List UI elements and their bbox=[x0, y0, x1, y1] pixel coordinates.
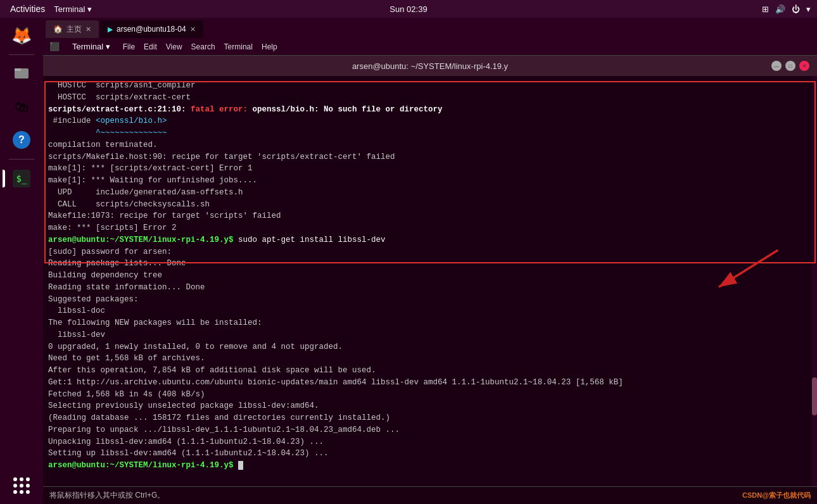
dot bbox=[26, 490, 30, 494]
sidebar-item-files[interactable] bbox=[6, 59, 37, 89]
minimize-button[interactable]: — bbox=[771, 61, 782, 71]
appstore-icon: 🛍 bbox=[15, 99, 28, 115]
main-area: ⬛ Terminal ▾ File Edit View Search Termi… bbox=[43, 38, 817, 504]
terminal-line: UPD include/generated/asm-offsets.h bbox=[48, 187, 812, 199]
terminal-line: HOSTCC scripts/extract-cert bbox=[48, 92, 812, 104]
window-controls: — □ ✕ bbox=[771, 61, 809, 71]
dot bbox=[20, 490, 23, 494]
terminal-sidebar-icon: $_ bbox=[13, 170, 30, 187]
terminal-line: [sudo] password for arsen: bbox=[48, 246, 812, 258]
terminal-titlebar-title: arsen@ubuntu: ~/SYSTEM/linux-rpi-4.19.y bbox=[89, 61, 771, 71]
terminal-scrollbar[interactable] bbox=[812, 76, 817, 504]
terminal-line: Preparing to unpack .../libssl-dev_1.1.1… bbox=[48, 424, 812, 436]
terminal-line: ^~~~~~~~~~~~~~~ bbox=[48, 127, 812, 139]
terminal-line: make[1]: *** Waiting for unfinished jobs… bbox=[48, 175, 812, 187]
topbar-right: ⊞ 🔊 ⏻ ▾ bbox=[762, 4, 811, 14]
terminal-line: compilation terminated. bbox=[48, 139, 812, 151]
terminal-app-title: Terminal ▾ bbox=[72, 42, 110, 51]
dot bbox=[20, 484, 23, 488]
terminal-menu-icon: ⬛ bbox=[49, 42, 60, 51]
terminal-titlebar: arsen@ubuntu: ~/SYSTEM/linux-rpi-4.19.y … bbox=[43, 56, 817, 76]
dot bbox=[20, 477, 23, 481]
menu-search[interactable]: Search bbox=[191, 42, 215, 51]
menu-file[interactable]: File bbox=[123, 42, 135, 51]
menu-edit[interactable]: Edit bbox=[144, 42, 157, 51]
terminal-prompt-end: arsen@ubuntu:~/SYSTEM/linux-rpi-4.19.y$ bbox=[48, 460, 812, 472]
terminal-line: libssl-dev bbox=[48, 329, 812, 341]
terminal-line: The following NEW packages will be insta… bbox=[48, 317, 812, 329]
terminal-line-error: scripts/extract-cert.c:21:10: fatal erro… bbox=[48, 104, 812, 116]
terminal-line: Reading package lists... Done bbox=[48, 258, 812, 270]
help-icon: ? bbox=[13, 131, 30, 149]
files-icon bbox=[13, 63, 30, 85]
apps-grid-icon[interactable] bbox=[10, 474, 34, 498]
terminal-body[interactable]: HOSTCC scripts/asn1_compiler HOSTCC scri… bbox=[43, 76, 817, 504]
tabbar: 🏠 主页 ✕ ▶ arsen@ubuntu18-04 ✕ bbox=[43, 18, 817, 38]
menu-help[interactable]: Help bbox=[262, 42, 277, 51]
status-bar: 将鼠标指针移入其中或按 Ctrl+G。 CSDN@索子也就代码 bbox=[43, 486, 817, 504]
sidebar-item-firefox[interactable]: 🦊 bbox=[6, 20, 37, 51]
terminal-line: Need to get 1,568 kB of archives. bbox=[48, 353, 812, 365]
terminal-line: Unpacking libssl-dev:amd64 (1.1.1-1ubunt… bbox=[48, 436, 812, 448]
terminal-app-label[interactable]: Terminal ▾ bbox=[54, 4, 92, 14]
menu-terminal[interactable]: Terminal bbox=[224, 42, 253, 51]
terminal-line: CALL scripts/checksyscalls.sh bbox=[48, 199, 812, 211]
sidebar-bottom bbox=[10, 474, 34, 498]
sidebar-item-appstore[interactable]: 🛍 bbox=[6, 92, 37, 122]
topbar-clock: Sun 02:39 bbox=[390, 4, 427, 14]
terminal-line: libssl-doc bbox=[48, 305, 812, 317]
menu-view[interactable]: View bbox=[166, 42, 182, 51]
terminal-line: 0 upgraded, 1 newly installed, 0 to remo… bbox=[48, 341, 812, 353]
sidebar-divider-2 bbox=[9, 159, 34, 160]
terminal-line: (Reading database ... 158172 files and d… bbox=[48, 412, 812, 424]
terminal-line: Selecting previously unselected package … bbox=[48, 400, 812, 412]
status-text: 将鼠标指针移入其中或按 Ctrl+G。 bbox=[49, 490, 165, 501]
power-icon[interactable]: ⏻ bbox=[792, 4, 800, 14]
terminal-line: Makefile:1073: recipe for target 'script… bbox=[48, 210, 812, 222]
terminal-menubar: ⬛ Terminal ▾ File Edit View Search Termi… bbox=[43, 38, 817, 56]
terminal-line: Fetched 1,568 kB in 4s (408 kB/s) bbox=[48, 389, 812, 401]
chevron-down-icon[interactable]: ▾ bbox=[806, 4, 811, 14]
home-icon: 🏠 bbox=[53, 25, 63, 34]
svg-rect-1 bbox=[15, 68, 21, 71]
terminal-prompt-line: arsen@ubuntu:~/SYSTEM/linux-rpi-4.19.y$ … bbox=[48, 234, 812, 246]
terminal-scrollbar-thumb[interactable] bbox=[812, 377, 817, 415]
topbar: Activities Terminal ▾ Sun 02:39 ⊞ 🔊 ⏻ ▾ bbox=[0, 0, 817, 18]
dot bbox=[13, 484, 17, 488]
firefox-icon: 🦊 bbox=[11, 26, 32, 46]
topbar-left: Activities Terminal ▾ bbox=[6, 3, 92, 15]
tab-home-label: 主页 bbox=[66, 24, 82, 35]
terminal-tab-icon: ▶ bbox=[108, 25, 113, 34]
activities-button[interactable]: Activities bbox=[6, 3, 49, 15]
terminal-line: Get:1 http://us.archive.ubuntu.com/ubunt… bbox=[48, 377, 812, 389]
terminal-window[interactable]: arsen@ubuntu: ~/SYSTEM/linux-rpi-4.19.y … bbox=[43, 56, 817, 504]
terminal-line: #include <openssl/bio.h> bbox=[48, 115, 812, 127]
dot bbox=[26, 477, 30, 481]
terminal-line: HOSTCC scripts/asn1_compiler bbox=[48, 80, 812, 92]
dot bbox=[26, 484, 30, 488]
tab-home[interactable]: 🏠 主页 ✕ bbox=[46, 20, 99, 38]
terminal-line: make: *** [scripts] Error 2 bbox=[48, 222, 812, 234]
tab-terminal[interactable]: ▶ arsen@ubuntu18-04 ✕ bbox=[100, 20, 203, 38]
terminal-line: Reading state information... Done bbox=[48, 282, 812, 294]
sidebar-item-help[interactable]: ? bbox=[6, 125, 37, 155]
sidebar-item-terminal[interactable]: $_ bbox=[6, 163, 37, 194]
terminal-line: Building dependency tree bbox=[48, 270, 812, 282]
volume-icon[interactable]: 🔊 bbox=[775, 4, 785, 14]
menu-items: File Edit View Search Terminal Help bbox=[123, 42, 277, 51]
sidebar: 🦊 🛍 ? $_ bbox=[0, 18, 43, 504]
tab-home-close[interactable]: ✕ bbox=[86, 25, 91, 34]
maximize-button[interactable]: □ bbox=[785, 61, 795, 71]
terminal-line: make[1]: *** [scripts/extract-cert] Erro… bbox=[48, 163, 812, 175]
tab-terminal-label: arsen@ubuntu18-04 bbox=[117, 25, 186, 34]
terminal-line: After this operation, 7,854 kB of additi… bbox=[48, 365, 812, 377]
close-window-button[interactable]: ✕ bbox=[799, 61, 809, 71]
terminal-line: scripts/Makefile.host:90: recipe for tar… bbox=[48, 151, 812, 163]
network-icon[interactable]: ⊞ bbox=[762, 4, 769, 14]
tab-terminal-close[interactable]: ✕ bbox=[190, 25, 196, 34]
status-right-text: CSDN@索子也就代码 bbox=[742, 491, 811, 500]
terminal-line: Setting up libssl-dev:amd64 (1.1.1-1ubun… bbox=[48, 448, 812, 460]
terminal-line: Suggested packages: bbox=[48, 294, 812, 306]
dot bbox=[13, 477, 17, 481]
dot bbox=[13, 490, 17, 494]
